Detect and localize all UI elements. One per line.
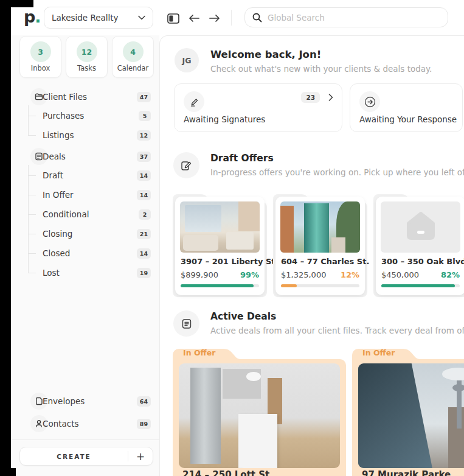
draft-offer-card: 300 – 350 Oak Blvd $450,000 82% [373,189,464,297]
property-address: 604 – 77 Charles St. [281,257,369,266]
sidebar-toggle-icon[interactable] [167,12,180,25]
sidebar-item-listings[interactable]: Listings 12 [11,127,159,144]
awaiting-signatures-card[interactable]: 23 Awaiting Signatures [174,83,342,132]
draft-offer-charles[interactable]: 604 – 77 Charles St. $1,325,000 12% [275,197,365,295]
sidebar-item-deals[interactable]: Deals 37 [11,148,159,165]
sidebar-card-calendar[interactable]: 4 Calendar [112,36,154,78]
tree-stub [28,253,36,254]
sidebar-card-inbox[interactable]: 3 Inbox [19,36,61,78]
active-deals-title: Active Deals [210,311,276,322]
nav-label: Draft [43,170,63,180]
tree-stub [28,214,36,215]
nav-back-arrow[interactable] [187,12,201,25]
search-input[interactable] [268,13,440,23]
tree-stub [28,175,36,176]
cn-tower-pod [452,384,464,391]
active-deal-card[interactable]: In Offer Purchasing 214 – 250 Lott St. [173,345,346,476]
draft-offer-card: 3907 – 201 Liberty St. $899,900 99% [173,189,267,297]
nav-label: Client Files [43,92,87,102]
global-search[interactable] [244,7,448,27]
property-address: 97 Murazik Parke [362,469,451,476]
orange-building [280,206,294,253]
nav-label: Purchases [43,111,84,121]
kitchen-island [226,232,254,250]
sidebar-item-purchases[interactable]: Purchases 5 [11,107,159,124]
tree-stub [28,273,36,273]
property-address: 300 – 350 Oak Blvd [381,257,464,266]
workspace-selector[interactable]: Lakeside Reallty [44,7,153,29]
active-deals-subtitle: Active deals from all your client files.… [210,326,464,335]
count-badge: 19 [137,268,151,278]
count-badge: 14 [137,248,151,259]
nav-label: Listings [43,130,74,140]
tree-stub [28,116,36,116]
tree-stub [28,135,36,136]
progress-bar [181,284,259,287]
avatar[interactable]: JG [175,48,199,72]
top-bar: p. Lakeside Reallty [11,0,464,35]
sidebar-card-tasks[interactable]: 12 Tasks [66,36,108,78]
chevron-down-icon [138,15,145,20]
draft-offer-oak[interactable]: 300 – 350 Oak Blvd $450,000 82% [376,197,464,295]
awaiting-response-card[interactable]: Awaiting Your Response [350,83,463,132]
nav-forward-arrow[interactable] [208,12,221,25]
property-address: 3907 – 201 Liberty St. [181,257,278,266]
count-badge: 47 [137,92,151,102]
count-badge: 5 [139,111,151,121]
property-photo [280,201,360,253]
progress-fill [181,284,254,287]
status-badge: In Offer [183,348,215,357]
inbox-label: Inbox [20,64,61,72]
nav-label: Lost [43,268,60,278]
logo-letter: p [24,7,35,26]
kitchen-cabinets [238,201,260,231]
teal-tower [304,203,329,253]
tasks-count: 12 [77,41,97,62]
progress-fill [381,284,455,287]
tasks-label: Tasks [66,64,107,72]
house-placeholder-icon [404,209,438,243]
screen-edge-artifact [0,468,16,476]
awaiting-signatures-label: Awaiting Signatures [184,114,265,124]
active-deal-card[interactable]: In Offer Purchasing 97 Murazik Parke [352,345,464,476]
inbox-count: 3 [30,41,51,62]
window-view [185,205,221,232]
chevron-right-icon [328,94,333,101]
property-price: $450,000 [381,270,419,279]
nav-label: Conditional [43,209,89,219]
nav-label: Closing [43,229,72,239]
progress-percent: 82% [441,270,460,279]
progress-percent: 99% [240,270,259,279]
property-photo[interactable]: Purchasing [358,363,464,468]
status-badge: In Offer [362,348,395,357]
screen-edge-artifact [0,0,33,7]
sidebar-item-draft[interactable]: Draft 14 [11,167,159,184]
count-badge: 64 [137,396,151,407]
sidebar-item-envelopes[interactable]: Envelopes 64 [11,393,159,410]
count-badge: 12 [137,130,151,141]
glass-tower [358,363,432,468]
logo-dot-icon: . [35,7,40,26]
sidebar-item-closed[interactable]: Closed 14 [11,245,159,262]
topbar-divider [231,10,232,26]
draft-offer-liberty[interactable]: 3907 – 201 Liberty St. $899,900 99% [175,197,265,295]
awaiting-response-label: Awaiting Your Response [359,114,457,124]
sidebar-item-in-offer[interactable]: In Offer 14 [11,186,159,203]
signatures-count-badge: 23 [301,92,320,103]
sidebar-item-contacts[interactable]: Contacts 89 [11,415,159,432]
count-badge: 2 [139,209,151,220]
nav-label: In Offer [43,190,74,200]
property-photo[interactable]: Purchasing [179,363,340,468]
create-button[interactable]: CREATE + [19,447,153,466]
pencil-icon [184,91,204,112]
calendar-count: 4 [123,41,144,62]
nav-label: Envelopes [43,396,85,406]
kitchen-island [238,414,277,468]
count-badge: 21 [137,229,151,239]
calendar-label: Calendar [113,64,153,72]
sidebar-item-closing[interactable]: Closing 21 [11,225,159,242]
draft-offers-subtitle: In-progress offers you're working on. Pi… [210,167,464,177]
sidebar-item-client-files[interactable]: Client Files 47 [11,88,159,105]
sidebar-item-lost[interactable]: Lost 19 [11,264,159,281]
sidebar-item-conditional[interactable]: Conditional 2 [11,206,159,223]
